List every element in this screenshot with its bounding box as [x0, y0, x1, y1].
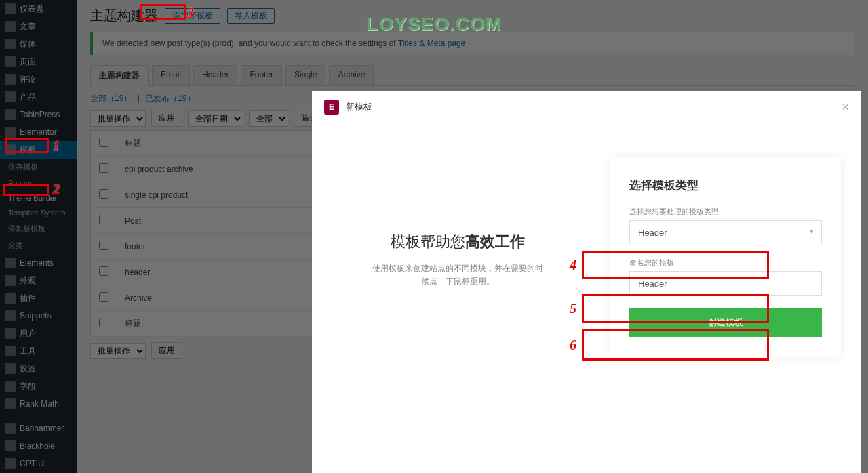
- form-card-title: 选择模板类型: [629, 178, 822, 193]
- create-template-button[interactable]: 创建模板: [629, 308, 822, 337]
- template-name-input[interactable]: [629, 271, 822, 296]
- modal-title: 新模板: [346, 101, 372, 113]
- modal-heading: 模板帮助您高效工作: [332, 232, 583, 252]
- new-template-modal: E 新模板 × 模板帮助您高效工作 使用模板来创建站点的不同模块，并在需要的时候…: [312, 91, 861, 473]
- elementor-logo-icon: E: [324, 100, 339, 115]
- template-type-select[interactable]: Header: [629, 220, 822, 245]
- template-type-label: 选择您想要处理的模板类型: [629, 207, 822, 217]
- modal-close-button[interactable]: ×: [842, 100, 849, 115]
- modal-body: 模板帮助您高效工作 使用模板来创建站点的不同模块，并在需要的时候点一下鼠标重用。…: [312, 123, 861, 471]
- modal-header: E 新模板 ×: [312, 91, 861, 123]
- template-name-label: 命名您的模板: [629, 258, 822, 268]
- modal-subtext: 使用模板来创建站点的不同模块，并在需要的时候点一下鼠标重用。: [370, 262, 546, 288]
- template-form-card: 选择模板类型 选择您想要处理的模板类型 Header 命名您的模板 创建模板: [610, 157, 841, 357]
- modal-description: 模板帮助您高效工作 使用模板来创建站点的不同模块，并在需要的时候点一下鼠标重用。: [332, 150, 583, 451]
